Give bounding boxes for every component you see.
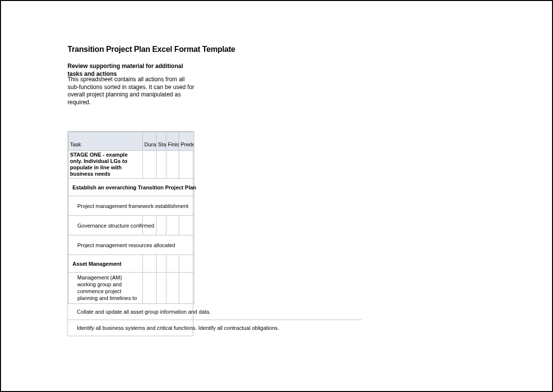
header-predecessors: Predecessors bbox=[179, 132, 194, 150]
empty-cell bbox=[166, 150, 179, 179]
section-cell: Establish an overarching Transition Proj… bbox=[69, 179, 194, 196]
overflow-task: Collate and update all asset group infor… bbox=[68, 304, 362, 320]
section-row: Establish an overarching Transition Proj… bbox=[69, 179, 194, 196]
empty-cell bbox=[166, 273, 179, 304]
empty-cell bbox=[143, 255, 157, 273]
document-title: Transition Project Plan Excel Format Tem… bbox=[68, 45, 488, 54]
page-frame: Transition Project Plan Excel Format Tem… bbox=[0, 0, 553, 392]
empty-cell bbox=[179, 150, 194, 179]
task-row: Management (AM) working group and commen… bbox=[69, 273, 194, 304]
section-cell: Asset Management bbox=[69, 255, 143, 273]
subtitle-description: This spreadsheet contains all actions fr… bbox=[68, 76, 195, 106]
task-row: Project management framework establishme… bbox=[69, 196, 194, 216]
overflow-task: Identify all business systems and critic… bbox=[68, 320, 362, 336]
header-task: Task bbox=[69, 132, 143, 150]
header-row: Task Duration Start Finish Predecessors bbox=[69, 132, 194, 150]
empty-cell bbox=[179, 255, 194, 273]
section-row: Asset Management bbox=[69, 255, 194, 273]
empty-cell bbox=[179, 273, 194, 304]
task-row: Project management resources allocated bbox=[69, 235, 194, 255]
plan-table-container: Task Duration Start Finish Predecessors … bbox=[68, 131, 193, 337]
header-start: Start bbox=[157, 132, 166, 150]
empty-cell bbox=[157, 216, 166, 235]
overflow-rows: Collate and update all asset group infor… bbox=[68, 304, 362, 336]
empty-cell bbox=[143, 273, 157, 304]
empty-cell bbox=[166, 255, 179, 273]
empty-cell bbox=[143, 150, 157, 179]
empty-cell bbox=[157, 150, 166, 179]
header-duration: Duration bbox=[143, 132, 157, 150]
empty-cell bbox=[166, 216, 179, 235]
document-content: Transition Project Plan Excel Format Tem… bbox=[68, 45, 488, 336]
empty-cell bbox=[157, 255, 166, 273]
task-row: Governance structure confirmed bbox=[69, 216, 194, 235]
task-cell: Governance structure confirmed bbox=[69, 216, 143, 235]
empty-cell bbox=[157, 273, 166, 304]
plan-table: Task Duration Start Finish Predecessors … bbox=[68, 132, 194, 304]
empty-cell bbox=[179, 216, 194, 235]
header-finish: Finish bbox=[166, 132, 179, 150]
task-cell: Project management framework establishme… bbox=[69, 196, 194, 216]
stage-cell: STAGE ONE - example only. Individual LGs… bbox=[69, 150, 143, 179]
subtitle-block: Review supporting material for additiona… bbox=[68, 63, 195, 107]
task-cell: Management (AM) working group and commen… bbox=[69, 273, 143, 304]
stage-row: STAGE ONE - example only. Individual LGs… bbox=[69, 150, 194, 179]
task-cell: Project management resources allocated bbox=[69, 235, 194, 255]
